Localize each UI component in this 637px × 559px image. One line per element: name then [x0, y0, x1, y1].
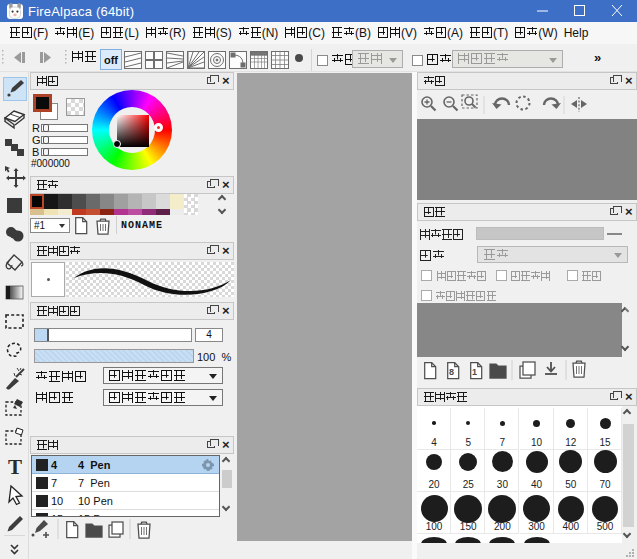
svg-text:8: 8: [449, 367, 454, 377]
svg-text:T: T: [8, 455, 22, 479]
svg-text:1: 1: [472, 367, 477, 377]
